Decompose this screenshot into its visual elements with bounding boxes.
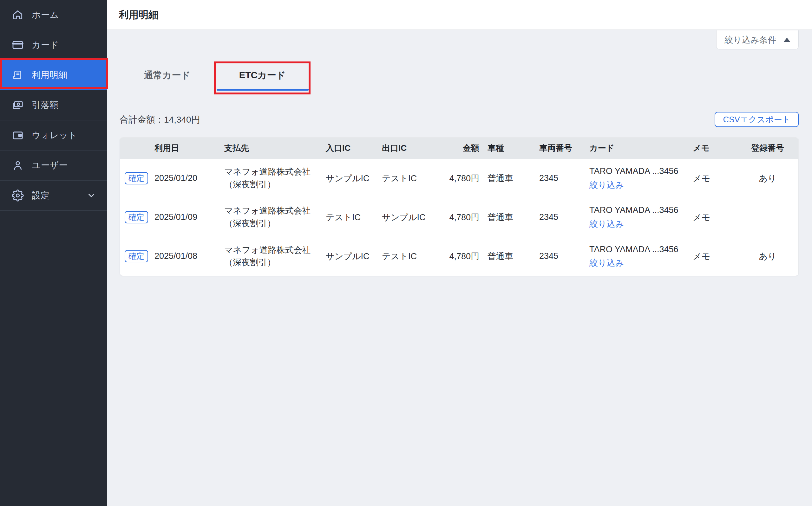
usage-table: 利用日 支払先 入口IC 出口IC 金額 車種 車両番号 カード メモ 登録番号… (120, 138, 799, 276)
cell-payee: マネフォ道路株式会社 （深夜割引） (210, 198, 319, 237)
card-type-tabs: 通常カード ETCカード (120, 61, 310, 90)
filter-conditions-button[interactable]: 絞り込み条件 (716, 30, 799, 50)
cell-amount: 4,780円 (432, 159, 481, 198)
cell-amount: 4,780円 (432, 198, 481, 237)
table-row: 確定 2025/01/08 マネフォ道路株式会社 （深夜割引） サンプルIC テ… (120, 237, 799, 276)
sidebar-item-card[interactable]: カード (0, 30, 107, 60)
sidebar-item-label: 引落額 (32, 99, 58, 111)
sidebar-item-label: カード (32, 39, 59, 51)
column-amount: 金額 (432, 138, 481, 159)
card-filter-link[interactable]: 絞り込み (589, 180, 624, 191)
card-holder: TARO YAMADA ...3456 (589, 244, 682, 255)
table-header-row: 利用日 支払先 入口IC 出口IC 金額 車種 車両番号 カード メモ 登録番号 (120, 138, 799, 159)
sidebar-item-wallet[interactable]: ウォレット (0, 120, 107, 151)
column-entrance-ic: 入口IC (319, 138, 375, 159)
tab-etc-card[interactable]: ETCカード (215, 61, 310, 90)
cell-entrance-ic: サンプルIC (319, 237, 375, 276)
top-header: 利用明細 (107, 0, 812, 30)
cell-exit-ic: サンプルIC (375, 198, 432, 237)
table-row: 確定 2025/01/20 マネフォ道路株式会社 （深夜割引） サンプルIC テ… (120, 159, 799, 198)
sidebar-item-settings[interactable]: 設定 (0, 181, 107, 211)
money-icon (11, 99, 24, 111)
status-badge: 確定 (125, 211, 148, 223)
cell-registration (736, 198, 799, 237)
cell-payee: マネフォ道路株式会社 （深夜割引） (210, 237, 319, 276)
column-card: カード (578, 138, 682, 159)
sidebar-item-label: ウォレット (32, 129, 77, 141)
card-holder: TARO YAMADA ...3456 (589, 205, 682, 216)
sidebar-item-home[interactable]: ホーム (0, 0, 107, 30)
cell-date: 2025/01/08 (149, 237, 210, 276)
cell-card: TARO YAMADA ...3456 絞り込み (578, 159, 682, 198)
card-filter-link[interactable]: 絞り込み (589, 258, 624, 269)
cell-entrance-ic: テストIC (319, 198, 375, 237)
cell-vehicle-type: 普通車 (481, 198, 525, 237)
sidebar-item-withdrawal[interactable]: 引落額 (0, 90, 107, 120)
column-memo: メモ (682, 138, 736, 159)
card-filter-link[interactable]: 絞り込み (589, 219, 624, 230)
status-badge: 確定 (125, 172, 148, 184)
active-tab-indicator (217, 89, 309, 91)
cell-memo: メモ (682, 159, 736, 198)
cell-vehicle-number: 2345 (525, 159, 578, 198)
cell-card: TARO YAMADA ...3456 絞り込み (578, 237, 682, 276)
cell-vehicle-type: 普通車 (481, 159, 525, 198)
column-vehicle-number: 車両番号 (525, 138, 578, 159)
column-vehicle-type: 車種 (481, 138, 525, 159)
csv-export-button[interactable]: CSVエクスポート (715, 112, 799, 127)
sidebar-item-label: 設定 (32, 189, 50, 201)
page-title: 利用明細 (119, 8, 158, 21)
column-exit-ic: 出口IC (375, 138, 432, 159)
status-badge: 確定 (125, 250, 148, 262)
home-icon (11, 9, 24, 21)
cell-memo: メモ (682, 237, 736, 276)
cell-vehicle-type: 普通車 (481, 237, 525, 276)
cell-vehicle-number: 2345 (525, 198, 578, 237)
sidebar-item-label: ユーザー (32, 159, 68, 171)
sidebar-item-label: ホーム (32, 9, 59, 21)
user-icon (11, 159, 24, 172)
filter-conditions-label: 絞り込み条件 (725, 34, 776, 46)
tab-normal-card[interactable]: 通常カード (120, 61, 215, 90)
column-registration: 登録番号 (736, 138, 799, 159)
gear-icon (11, 189, 24, 202)
cell-amount: 4,780円 (432, 237, 481, 276)
total-amount: 合計金額：14,340円 (120, 114, 200, 126)
cell-registration: あり (736, 159, 799, 198)
cell-date: 2025/01/09 (149, 198, 210, 237)
sidebar-item-usage-details[interactable]: 利用明細 (0, 60, 107, 90)
cell-date: 2025/01/20 (149, 159, 210, 198)
cell-exit-ic: テストIC (375, 159, 432, 198)
card-holder: TARO YAMADA ...3456 (589, 166, 682, 177)
sidebar: ホーム カード 利用明細 引落額 ウォレット ユーザー 設定 (0, 0, 107, 506)
wallet-icon (11, 129, 24, 142)
cell-registration: あり (736, 237, 799, 276)
column-date: 利用日 (149, 138, 210, 159)
card-icon (11, 39, 24, 51)
main-content: 絞り込み条件 通常カード ETCカード 合計金額：14,340円 CSVエクスポ… (107, 31, 812, 506)
cell-card: TARO YAMADA ...3456 絞り込み (578, 198, 682, 237)
cell-payee: マネフォ道路株式会社 （深夜割引） (210, 159, 319, 198)
column-status (120, 138, 149, 159)
cell-entrance-ic: サンプルIC (319, 159, 375, 198)
chevron-down-icon (86, 191, 96, 200)
cell-vehicle-number: 2345 (525, 237, 578, 276)
sidebar-item-label: 利用明細 (32, 69, 67, 81)
column-payee: 支払先 (210, 138, 319, 159)
usage-table-card: 利用日 支払先 入口IC 出口IC 金額 車種 車両番号 カード メモ 登録番号… (120, 137, 799, 276)
cell-exit-ic: テストIC (375, 237, 432, 276)
cell-memo: メモ (682, 198, 736, 237)
receipt-icon (11, 69, 24, 81)
sidebar-item-users[interactable]: ユーザー (0, 151, 107, 181)
table-row: 確定 2025/01/09 マネフォ道路株式会社 （深夜割引） テストIC サン… (120, 198, 799, 237)
triangle-up-icon (784, 38, 791, 42)
